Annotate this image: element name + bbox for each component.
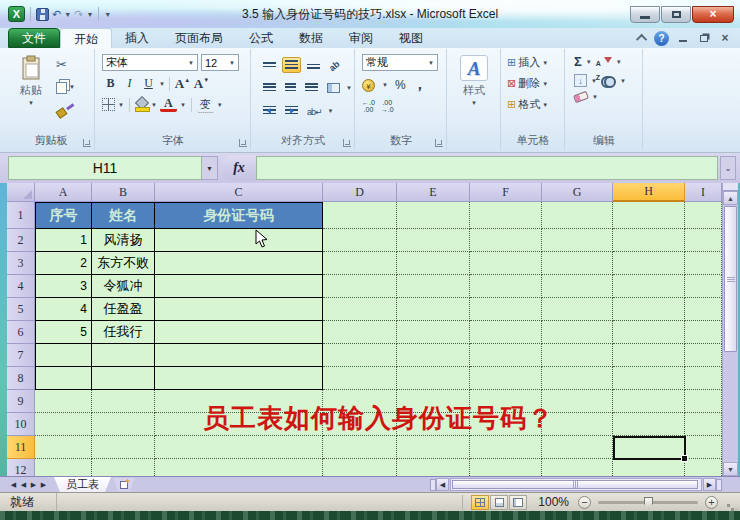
zoom-slider[interactable] [598, 501, 698, 504]
column-header-G[interactable]: G [542, 183, 613, 202]
cell-I4[interactable] [685, 275, 722, 298]
font-name-select[interactable]: 宋体▼ [102, 54, 198, 71]
cell-F2[interactable] [470, 229, 542, 252]
cell-D4[interactable] [323, 275, 397, 298]
row-header-11[interactable]: 11 [7, 436, 35, 459]
row-header-7[interactable]: 7 [7, 344, 35, 367]
cell-C5[interactable] [155, 298, 323, 321]
cell-E8[interactable] [397, 367, 470, 390]
cut-icon[interactable]: ✂ [56, 57, 67, 72]
increase-indent-button[interactable] [282, 103, 301, 119]
cell-A2[interactable]: 1 [35, 229, 92, 252]
ribbon-tab-开始[interactable]: 开始 [60, 28, 112, 48]
name-box[interactable]: H11 [8, 156, 202, 180]
cell-G8[interactable] [542, 367, 613, 390]
cell-C3[interactable] [155, 252, 323, 275]
resize-grip-icon[interactable] [727, 504, 730, 507]
cell-B1[interactable]: 姓名 [92, 202, 155, 229]
vertical-split-box[interactable] [723, 183, 738, 191]
doc-restore-button[interactable] [697, 33, 711, 44]
cell-I12[interactable] [685, 459, 722, 476]
cell-H5[interactable] [613, 298, 685, 321]
cell-G7[interactable] [542, 344, 613, 367]
cell-I3[interactable] [685, 252, 722, 275]
cell-F5[interactable] [470, 298, 542, 321]
doc-close-button[interactable]: × [718, 33, 732, 44]
cell-H6[interactable] [613, 321, 685, 344]
row-header-10[interactable]: 10 [7, 413, 35, 436]
cell-E5[interactable] [397, 298, 470, 321]
wrap-dropdown-icon[interactable]: ▼ [328, 108, 334, 114]
cell-B10[interactable] [92, 413, 155, 436]
borders-dropdown-icon[interactable]: ▼ [118, 102, 124, 108]
cell-E4[interactable] [397, 275, 470, 298]
cell-A11[interactable] [35, 436, 92, 459]
cell-F12[interactable] [470, 459, 542, 476]
row-header-4[interactable]: 4 [7, 275, 35, 298]
column-header-C[interactable]: C [155, 183, 323, 202]
font-color-dropdown-icon[interactable]: ▼ [180, 102, 186, 108]
cell-H12[interactable] [613, 459, 685, 476]
cell-C1[interactable]: 身份证号码 [155, 202, 323, 229]
cell-D3[interactable] [323, 252, 397, 275]
paste-button[interactable]: 粘贴 ▼ [14, 55, 48, 133]
ribbon-tab-页面布局[interactable]: 页面布局 [162, 28, 236, 48]
cell-F11[interactable] [470, 436, 542, 459]
format-painter-icon[interactable] [56, 101, 70, 115]
scroll-left-icon[interactable]: ◀ [436, 478, 449, 491]
cell-B7[interactable] [92, 344, 155, 367]
cell-H9[interactable] [613, 390, 685, 413]
row-header-12[interactable]: 12 [7, 459, 35, 476]
alignment-dialog-launcher[interactable] [343, 139, 351, 147]
column-header-I[interactable]: I [685, 183, 722, 202]
cell-B3[interactable]: 东方不败 [92, 252, 155, 275]
undo-dropdown-icon[interactable]: ▼ [64, 11, 71, 18]
cell-G4[interactable] [542, 275, 613, 298]
phonetic-dropdown-icon[interactable]: ▼ [217, 102, 223, 108]
cell-C12[interactable] [155, 459, 323, 476]
cell-A4[interactable]: 3 [35, 275, 92, 298]
currency-dropdown-icon[interactable]: ▼ [382, 82, 388, 88]
horizontal-split-box-right[interactable] [716, 479, 722, 491]
cell-E6[interactable] [397, 321, 470, 344]
merge-dropdown-icon[interactable]: ▼ [346, 85, 352, 91]
row-header-8[interactable]: 8 [7, 367, 35, 390]
vertical-scrollbar[interactable]: ▲ ▼ [722, 183, 738, 476]
cell-H8[interactable] [613, 367, 685, 390]
font-dialog-launcher[interactable] [239, 139, 247, 147]
next-sheet-icon[interactable]: ▶ [29, 479, 38, 491]
cell-C2[interactable] [155, 229, 323, 252]
clear-dropdown-icon[interactable]: ▼ [592, 94, 598, 100]
cell-E1[interactable] [397, 202, 470, 229]
clipboard-dialog-launcher[interactable] [83, 139, 91, 147]
cell-E3[interactable] [397, 252, 470, 275]
number-format-select[interactable]: 常规▼ [362, 54, 438, 71]
fill-color-icon[interactable] [135, 98, 148, 111]
comma-style-button[interactable]: ， [413, 76, 427, 94]
font-size-select[interactable]: 12▼ [201, 54, 239, 71]
vertical-scrollbar-thumb[interactable] [724, 206, 737, 352]
decrease-indent-button[interactable] [260, 103, 279, 119]
percent-style-button[interactable]: % [395, 78, 406, 92]
redo-dropdown-icon[interactable]: ▼ [86, 11, 93, 18]
cell-F1[interactable] [470, 202, 542, 229]
horizontal-scrollbar[interactable] [450, 478, 702, 491]
cell-B8[interactable] [92, 367, 155, 390]
autosum-dropdown-icon[interactable]: ▼ [586, 59, 592, 65]
file-tab[interactable]: 文件 [8, 28, 60, 48]
cell-C8[interactable] [155, 367, 323, 390]
scroll-down-icon[interactable]: ▼ [723, 462, 738, 476]
selected-cell[interactable] [613, 436, 686, 460]
horizontal-scrollbar-thumb[interactable] [452, 480, 698, 489]
cell-A3[interactable]: 2 [35, 252, 92, 275]
sheet-tab-active[interactable]: 员工表 [54, 477, 111, 492]
cell-B12[interactable] [92, 459, 155, 476]
cell-F3[interactable] [470, 252, 542, 275]
cell-F6[interactable] [470, 321, 542, 344]
cell-A8[interactable] [35, 367, 92, 390]
column-header-H[interactable]: H [613, 183, 685, 202]
doc-minimize-button[interactable] [676, 33, 690, 44]
name-box-dropdown-icon[interactable]: ▼ [202, 156, 218, 180]
cell-D12[interactable] [323, 459, 397, 476]
row-header-1[interactable]: 1 [7, 202, 35, 229]
